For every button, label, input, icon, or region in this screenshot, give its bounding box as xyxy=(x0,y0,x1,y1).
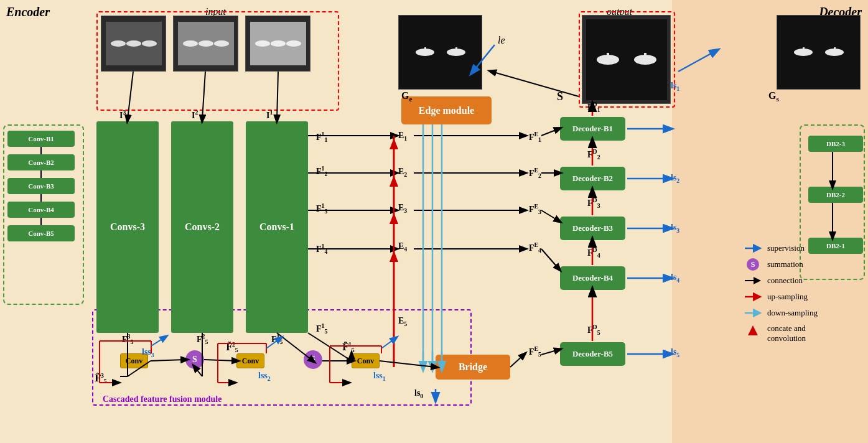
svg-rect-17 xyxy=(190,40,191,44)
svg-line-100 xyxy=(541,129,559,136)
svg-rect-61 xyxy=(803,47,805,52)
svg-line-102 xyxy=(541,210,559,221)
label-f5-2-tilde: F̃25 xyxy=(226,341,238,353)
svg-rect-25 xyxy=(221,40,222,44)
label-f5-2-big: F25 xyxy=(197,333,208,345)
label-f5-1: F15 xyxy=(316,322,327,335)
svg-rect-47 xyxy=(455,47,457,52)
convs3-block: Convs-3 xyxy=(96,121,159,333)
legend-downsampling: down-sampling xyxy=(744,307,862,319)
label-gs: Gs xyxy=(768,90,779,103)
label-f4-d: FD4 xyxy=(587,246,600,259)
svg-rect-65 xyxy=(834,47,836,52)
label-f3-e: FE3 xyxy=(529,203,541,215)
label-f5-1-big: F15 xyxy=(271,333,282,345)
legend-upsampling: up-sampling xyxy=(744,291,862,302)
svg-marker-90 xyxy=(390,175,398,187)
label-f1-1: F11 xyxy=(316,131,327,143)
svg-rect-34 xyxy=(278,40,279,44)
label-f5-e: FE5 xyxy=(529,345,541,358)
connection-icon xyxy=(744,275,762,286)
decoder-b3: Decoder-B3 xyxy=(560,217,625,240)
label-lss3: lss3 xyxy=(142,347,154,358)
svg-line-104 xyxy=(541,350,559,355)
enc-conv-b3: Conv-B3 xyxy=(7,178,75,194)
convs1-block: Convs-1 xyxy=(246,121,308,333)
svg-rect-30 xyxy=(262,40,263,44)
legend-summation-text: summation xyxy=(767,259,803,269)
label-ls1: ls1 xyxy=(671,81,679,92)
label-lss2: lss2 xyxy=(258,371,271,382)
svg-rect-52 xyxy=(607,53,609,59)
enc-conv-b1: Conv-B1 xyxy=(7,131,75,147)
label-ls5: ls5 xyxy=(671,347,679,358)
label-e4: E4 xyxy=(398,241,407,253)
legend-connection-text: connection xyxy=(767,276,803,286)
enc-arrow-3 xyxy=(40,194,42,202)
label-i3: I3 xyxy=(119,109,126,121)
label-f1-d: FD1 xyxy=(587,101,600,113)
label-f5-1-tilde: F̃15 xyxy=(342,341,355,353)
thumbnail-output xyxy=(582,15,671,104)
summation-icon: S xyxy=(744,259,762,270)
svg-rect-56 xyxy=(644,53,646,59)
svg-rect-8 xyxy=(133,40,134,44)
label-f2-1: F12 xyxy=(316,165,327,177)
legend-summation: S summation xyxy=(744,259,862,270)
s-circle-2: S xyxy=(304,350,322,369)
conv-cascade-3: Conv xyxy=(352,353,380,368)
svg-rect-4 xyxy=(118,40,119,44)
label-ge: Ge xyxy=(401,90,412,103)
label-ls2: ls2 xyxy=(671,173,679,184)
label-e2: E2 xyxy=(398,167,407,178)
legend-concate-text: concate andconvolution xyxy=(767,324,806,343)
svg-line-103 xyxy=(541,249,559,269)
dec-db2-2: DB2-2 xyxy=(808,187,863,203)
label-f2-e: FE2 xyxy=(529,167,541,179)
decoder-b2: Decoder-B2 xyxy=(560,167,625,190)
label-le: le xyxy=(498,35,505,46)
conv-cascade-2: Conv xyxy=(236,353,264,368)
downsampling-icon xyxy=(744,307,762,319)
s-circle-1: S xyxy=(185,350,204,369)
thumbnail-i2 xyxy=(173,16,238,72)
label-i2: I2 xyxy=(192,109,198,121)
label-s-output: S xyxy=(557,90,563,103)
svg-line-115 xyxy=(492,72,579,96)
svg-marker-92 xyxy=(390,251,398,262)
legend-supervision: supervision xyxy=(744,243,862,254)
legend-supervision-text: supervision xyxy=(767,243,805,253)
svg-rect-38 xyxy=(293,40,294,44)
enc-conv-b2: Conv-B2 xyxy=(7,154,75,170)
label-i1: I1 xyxy=(266,109,273,121)
legend-area: supervision S summation connection xyxy=(744,243,862,348)
svg-marker-70 xyxy=(748,325,758,335)
bridge-block: Bridge xyxy=(436,355,510,380)
enc-conv-b5: Conv-B5 xyxy=(7,225,75,241)
label-ls3: ls3 xyxy=(671,223,679,234)
svg-line-99 xyxy=(510,355,524,367)
label-f5-3-tilde: F̃35 xyxy=(95,372,107,385)
encoder-label: Encoder xyxy=(6,5,50,19)
svg-rect-21 xyxy=(205,40,207,44)
svg-rect-43 xyxy=(424,47,426,52)
label-f4-1: F14 xyxy=(316,243,327,255)
concate-icon xyxy=(744,325,762,336)
label-e5: E5 xyxy=(398,316,407,327)
dec-db2-3: DB2-3 xyxy=(808,136,863,152)
enc-conv-b4: Conv-B4 xyxy=(7,202,75,218)
label-f2-d: FD2 xyxy=(587,148,600,161)
label-e1: E1 xyxy=(398,131,407,142)
enc-arrow-4 xyxy=(40,218,42,225)
thumbnail-i1 xyxy=(245,16,310,72)
main-container: Encoder Decoder input output Cascaded fe… xyxy=(0,0,868,443)
decoder-b4: Decoder-B4 xyxy=(560,266,625,290)
label-lss1: lss1 xyxy=(373,371,386,382)
supervision-icon xyxy=(744,243,762,254)
convs2-block: Convs-2 xyxy=(171,121,233,333)
label-ls4: ls4 xyxy=(671,273,679,284)
svg-marker-91 xyxy=(390,213,398,224)
legend-concate: concate andconvolution xyxy=(744,324,862,343)
label-f1-e: FE1 xyxy=(529,131,541,143)
legend-upsampling-text: up-sampling xyxy=(767,292,808,302)
